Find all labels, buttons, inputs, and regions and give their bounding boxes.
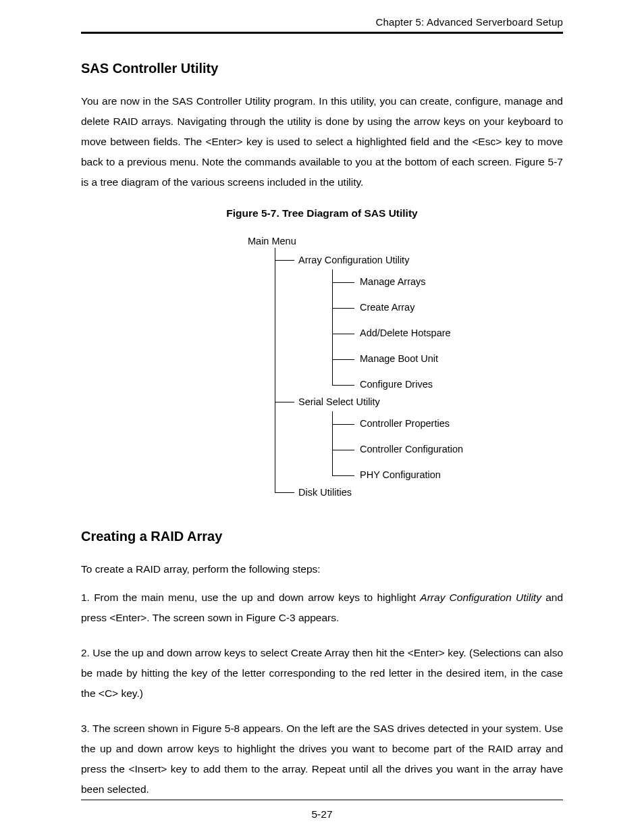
section-title-raid: Creating a RAID Array [81, 529, 563, 544]
tree-diagram: Main Menu Array Configuration Utility Ma… [160, 236, 484, 502]
tree-branch-label: Array Configuration Utility [298, 248, 484, 269]
raid-step-3: 3. The screen shown in Figure 5-8 appear… [81, 719, 563, 800]
tree-leaf: Configure Drives [333, 379, 484, 390]
step1-italic: Array Configuration Utility [420, 592, 541, 603]
raid-intro: To create a RAID array, perform the foll… [81, 559, 563, 579]
step1-text-a: 1. From the main menu, use the up and do… [81, 592, 420, 603]
raid-step-2: 2. Use the up and down arrow keys to sel… [81, 643, 563, 704]
section-title-sas: SAS Controller Utility [81, 61, 563, 76]
tree-branch: Serial Select Utility Controller Propert… [275, 390, 484, 480]
tree-leaf: Controller Configuration [333, 444, 484, 469]
tree-leaf: Controller Properties [333, 418, 484, 444]
tree-branch: Array Configuration Utility Manage Array… [275, 248, 484, 390]
page-number: 5-27 [0, 808, 644, 820]
running-header: Chapter 5: Advanced Serverboard Setup [81, 16, 563, 34]
sas-intro-paragraph: You are now in the SAS Controller Utilit… [81, 91, 563, 192]
raid-step-1: 1. From the main menu, use the up and do… [81, 588, 563, 628]
tree-leaf: PHY Configuration [333, 469, 484, 480]
tree-root: Main Menu [248, 236, 572, 246]
footer-rule [81, 800, 563, 800]
tree-branch-label: Serial Select Utility [298, 390, 484, 411]
tree-leaf: Manage Boot Unit [333, 353, 484, 379]
tree-leaf: Add/Delete Hotspare [333, 328, 484, 353]
tree-leaf: Create Array [333, 302, 484, 328]
page: Chapter 5: Advanced Serverboard Setup SA… [0, 0, 644, 834]
tree-branch: Disk Utilities [275, 480, 484, 502]
tree-leaf: Manage Arrays [333, 276, 484, 302]
tree-branch-label: Disk Utilities [298, 480, 484, 502]
figure-caption: Figure 5-7. Tree Diagram of SAS Utility [81, 207, 563, 219]
